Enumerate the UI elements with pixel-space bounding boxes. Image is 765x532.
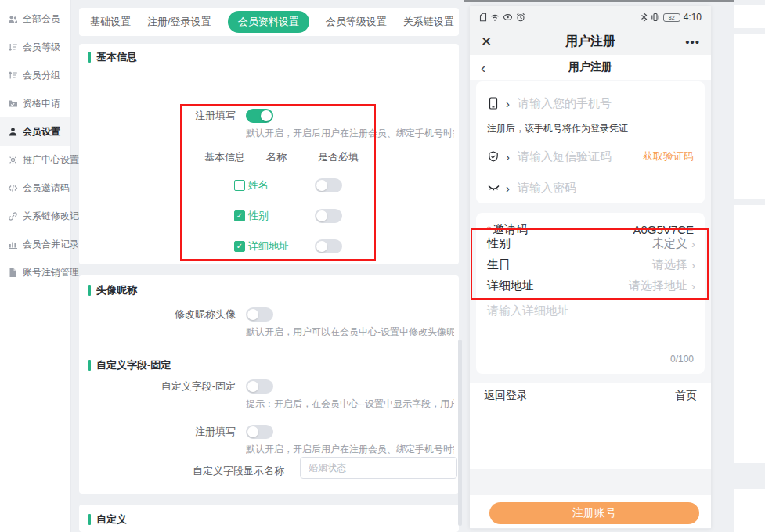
tab-member-level-settings[interactable]: 会员等级设置 [326,15,387,29]
field-row-address: 详细地址 [234,239,289,253]
address-textarea[interactable]: 请输入详细地址 [487,304,569,318]
sidebar-item-promotion-settings[interactable]: 推广中心设置 [0,146,70,174]
sidebar-item-all-members[interactable]: 全部会员 [0,5,70,33]
phone-number-note: 注册后，该手机号将作为登录凭证 [487,122,628,135]
tab-register-login-settings[interactable]: 注册/登录设置 [147,15,211,29]
chevron-right-icon: › [506,182,510,195]
settings-tabbar: 基础设置 注册/登录设置 会员资料设置 会员等级设置 关系链设置 会员中心显示设… [79,8,459,36]
sidebar-item-member-group[interactable]: 会员分组 [0,61,70,89]
sidebar-item-invite-code[interactable]: 会员邀请码 [0,174,70,202]
char-counter: 0/100 [670,354,694,365]
modify-nickname-helper: 默认开启，用户可以在会员中心-设置中修改头像昵称 [246,325,454,339]
sidebar-item-merge-log[interactable]: 会员合并记录 [0,230,70,258]
preview-top-border [464,0,765,2]
address-required-toggle[interactable] [315,239,342,253]
bar-chart-icon [8,239,18,250]
folder-check-icon [8,99,18,109]
statusbar-time: 4:10 [684,12,702,23]
name-checkbox[interactable] [234,180,245,191]
modify-nickname-toggle[interactable] [246,307,273,322]
register-submit-button[interactable]: 注册账号 [489,502,699,524]
gender-required-toggle[interactable] [315,209,342,223]
table-header-required: 是否必填 [318,150,359,164]
sort-group-icon [8,70,18,81]
name-required-toggle[interactable] [315,178,342,192]
home-link[interactable]: 首页 [675,389,697,403]
custom-register-fill-helper: 默认开启，开启后用户在注册会员、绑定手机号时需要填写自定义字段信息 [246,443,454,456]
phone-statusbar: 82 4:10 [470,6,711,28]
vibrate-icon [651,13,660,22]
eye-icon [503,13,513,21]
address-checkbox[interactable] [234,241,245,252]
gender-checkbox[interactable] [234,210,245,221]
custom-register-fill-toggle[interactable] [246,425,273,439]
section-title-custom: 自定义 [88,512,127,527]
phone-number-placeholder: 请输入您的手机号 [518,96,612,111]
table-header-name: 名称 [266,150,287,164]
alarm-icon [516,13,525,22]
table-header-basic-info: 基本信息 [204,150,245,164]
phone-titlebar: ✕ 用户注册 ••• [470,28,711,55]
battery-icon: 82 [663,13,680,22]
sidebar-item-member-settings[interactable]: 会员设置 [0,117,70,146]
display-name-input[interactable] [300,457,457,479]
phone-icon [489,97,498,110]
section-basic-info: 基本信息 注册填写 默认开启，开启后用户在注册会员、绑定手机号时需要填写自定义字… [79,44,459,264]
shield-check-icon [488,151,499,163]
section-title-avatar: 头像昵称 [88,283,137,297]
password-placeholder: 请输入密码 [518,181,576,196]
sidebar-item-relation-log[interactable]: 关系链修改记录 [0,202,70,230]
gear-icon [8,155,18,165]
display-name-label: 自定义字段显示名称 [79,464,284,478]
password-field[interactable]: › 请输入密码 [487,178,694,197]
profile-fields-highlight-box [471,228,709,300]
field-row-name: 姓名 [234,178,269,192]
link-icon [8,211,18,221]
section-custom: 自定义 [79,505,459,532]
sim-icon [479,13,487,22]
content-scrollbar[interactable] [458,340,462,526]
custom-fixed-toggle[interactable] [246,379,273,394]
custom-fixed-helper: 提示：开启后，在会员中心--设置中显示字段，用户编辑资料填写！会员列表 [246,397,454,411]
get-code-button[interactable]: 获取验证码 [643,149,694,164]
back-to-login-link[interactable]: 返回登录 [484,389,528,403]
close-icon[interactable]: ✕ [481,34,512,50]
sidebar-item-account-cancel[interactable]: 账号注销管理 [0,258,70,286]
eye-closed-icon [488,184,500,192]
section-avatar-custom: 头像昵称 修改昵称头像 默认开启，用户可以在会员中心-设置中修改头像昵称 自定义… [79,275,459,494]
phone-number-field[interactable]: › 请输入您的手机号 [487,94,694,113]
background-panel-strip [734,0,765,532]
code-icon [8,183,18,193]
sms-code-placeholder: 请输入短信验证码 [518,149,612,164]
phone-links-row: 返回登录 首页 [470,383,711,408]
tab-member-profile-settings[interactable]: 会员资料设置 [228,11,309,33]
sidebar-item-member-level[interactable]: 会员等级 [0,33,70,61]
tab-basic-settings[interactable]: 基础设置 [90,15,131,29]
chevron-right-icon: › [506,97,510,110]
users-icon [8,14,18,24]
wifi-icon [490,13,500,22]
bluetooth-icon [641,13,648,22]
sidebar: 全部会员 会员等级 会员分组 资格申请 会员设置 推广中心设置 会员邀请码 关系… [0,0,71,532]
custom-fixed-label: 自定义字段-固定 [79,379,236,394]
phone-nav-title: 用户注册 [512,60,669,74]
phone-page-title: 用户注册 [512,34,669,50]
file-icon [8,268,18,278]
field-row-gender: 性别 [234,209,269,223]
sms-code-field[interactable]: › 请输入短信验证码 获取验证码 [487,147,694,166]
section-title-basic: 基本信息 [88,50,137,64]
basic-fields-highlight-box [180,104,376,261]
tab-relation-settings[interactable]: 关系链设置 [403,15,454,29]
modify-nickname-label: 修改昵称头像 [79,307,236,322]
member-icon [8,127,18,137]
phone-login-card: › 请输入您的手机号 注册后，该手机号将作为登录凭证 › 请输入短信验证码 获取… [476,81,705,203]
sort-level-icon [8,42,18,52]
custom-register-fill-label: 注册填写 [79,425,236,439]
chevron-right-icon: › [506,150,510,164]
more-icon[interactable]: ••• [669,35,700,49]
phone-navbar: ‹ 用户注册 [470,55,711,80]
mobile-preview-panel: 82 4:10 ✕ 用户注册 ••• ‹ 用户注册 › 请输入您的手机号 注册后… [470,6,711,529]
section-title-custom-fixed: 自定义字段-固定 [88,358,171,372]
back-icon[interactable]: ‹ [481,60,512,75]
sidebar-item-qualification[interactable]: 资格申请 [0,89,70,117]
